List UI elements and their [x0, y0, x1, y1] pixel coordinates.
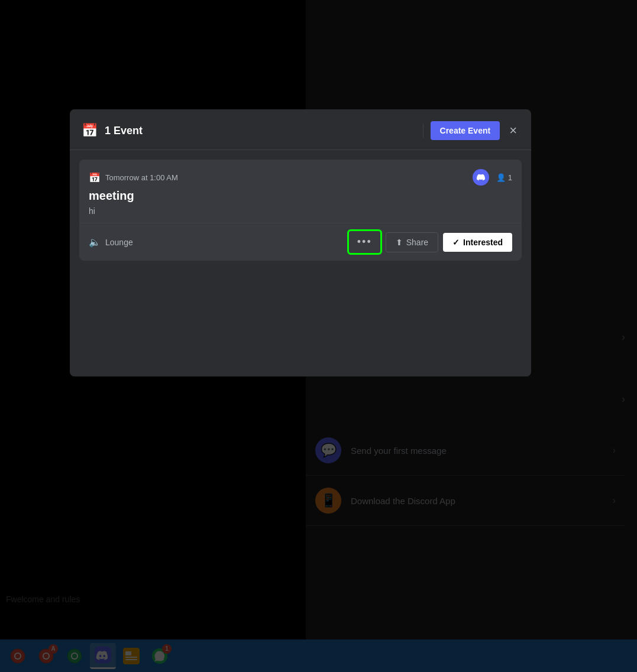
modal-title: 1 Event [105, 125, 416, 137]
share-icon: ⬆ [396, 238, 403, 247]
interested-button[interactable]: ✓ Interested [443, 233, 512, 252]
attendee-icon: 👤 [496, 173, 506, 182]
modal-body: 📅 Tomorrow at 1:00 AM 👤 1 [70, 150, 531, 376]
calendar-icon: 📅 [82, 123, 98, 138]
modal-empty-space [79, 261, 522, 367]
attendee-count: 👤 1 [496, 173, 512, 182]
event-card: 📅 Tomorrow at 1:00 AM 👤 1 [79, 160, 522, 261]
event-actions: ••• ⬆ Share ✓ Interested [348, 231, 512, 254]
channel-label: Lounge [105, 238, 133, 247]
more-options-button[interactable]: ••• [348, 231, 381, 254]
checkmark-icon: ✓ [452, 238, 460, 247]
share-button[interactable]: ⬆ Share [386, 232, 438, 252]
events-modal: 📅 1 Event Create Event × 📅 Tomorrow at 1… [70, 109, 531, 376]
event-date: Tomorrow at 1:00 AM [105, 173, 178, 182]
header-divider [423, 124, 423, 138]
event-title: meeting [89, 189, 512, 203]
event-meta: 📅 Tomorrow at 1:00 AM 👤 1 [89, 169, 512, 186]
event-channel: 🔈 Lounge [89, 236, 348, 248]
event-description: hi [89, 206, 512, 216]
event-meta-right: 👤 1 [473, 169, 512, 186]
discord-logo [473, 169, 489, 186]
event-card-bottom: 🔈 Lounge ••• ⬆ Share ✓ Interested [79, 223, 522, 261]
modal-header: 📅 1 Event Create Event × [70, 109, 531, 150]
attendee-number: 1 [508, 173, 512, 182]
create-event-button[interactable]: Create Event [431, 121, 500, 140]
event-calendar-icon: 📅 [89, 172, 101, 183]
event-date-row: 📅 Tomorrow at 1:00 AM [89, 172, 178, 183]
speaker-icon: 🔈 [89, 236, 101, 248]
close-modal-button[interactable]: × [507, 122, 519, 139]
event-card-top: 📅 Tomorrow at 1:00 AM 👤 1 [79, 160, 522, 223]
